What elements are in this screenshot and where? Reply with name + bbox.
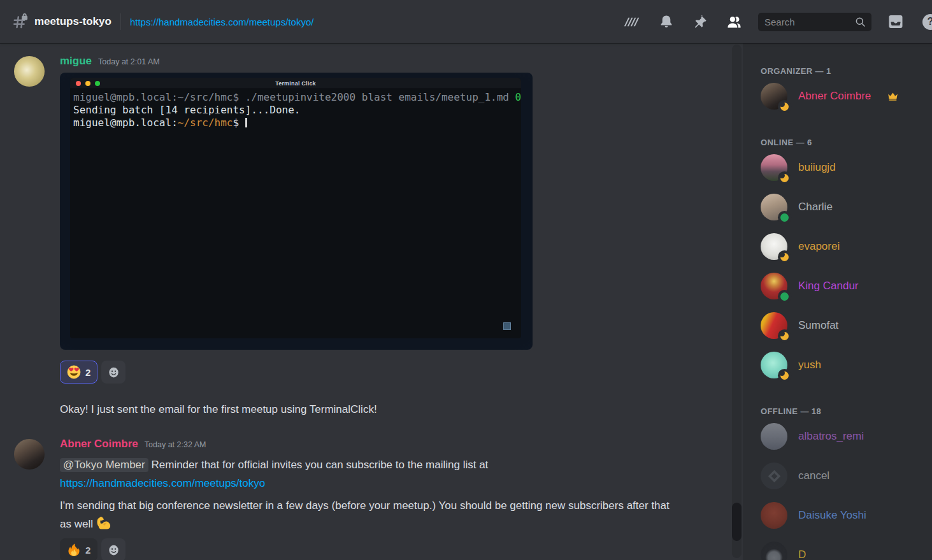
minimize-light: [85, 81, 90, 86]
terminal-body: miguel@mpb.local:~/src/hmc$ ./meetupinvi…: [70, 89, 521, 129]
message-text: Okay! I just sent the email for the firs…: [60, 400, 724, 419]
help-label: ?: [928, 16, 932, 27]
search-icon: [854, 16, 866, 28]
search-box[interactable]: [758, 13, 871, 31]
avatar-migue[interactable]: [14, 56, 45, 87]
add-reaction-button[interactable]: [101, 361, 125, 384]
avatar[interactable]: [761, 542, 787, 560]
notifications-icon[interactable]: [659, 14, 674, 29]
timestamp: Today at 2:32 AM: [145, 440, 206, 449]
message-text: I'm sending that big conference newslett…: [60, 496, 671, 533]
channel-name[interactable]: meetups-tokyo: [34, 15, 111, 28]
member-row-albatros-remi[interactable]: albatros_remi: [743, 417, 932, 456]
close-light: [76, 81, 81, 86]
member-name: yush: [798, 359, 821, 371]
member-row-king-candur[interactable]: King Candur: [743, 266, 932, 306]
avatar[interactable]: [761, 352, 787, 378]
status-idle-badge: [780, 253, 789, 261]
avatar[interactable]: [761, 312, 787, 339]
author-name[interactable]: Abner Coimbre: [60, 438, 138, 450]
avatar[interactable]: [761, 154, 787, 181]
status-idle-badge: [780, 371, 789, 380]
channel-header: meetups-tokyo https://handmadecities.com…: [0, 0, 932, 43]
status-idle-badge: [780, 103, 789, 111]
message-text: @Tokyo Member Reminder that for official…: [60, 456, 724, 492]
role-mention[interactable]: @Tokyo Member: [60, 458, 148, 472]
member-list-toggle-icon[interactable]: [726, 14, 742, 30]
member-name: Abner Coimbre: [798, 90, 871, 103]
threads-icon[interactable]: [623, 15, 640, 29]
maximize-light: [95, 81, 100, 86]
member-row-buiiugjd[interactable]: buiiugjd: [743, 148, 932, 187]
header-actions: ?: [623, 13, 932, 31]
member-name: Sumofat: [798, 319, 838, 332]
add-reaction-button[interactable]: [101, 538, 125, 560]
member-name: albatros_remi: [798, 430, 864, 443]
channel-topic-link[interactable]: https://handmadecities.com/meetups/tokyo…: [130, 17, 313, 27]
channel-hash-lock-icon: [11, 13, 29, 31]
terminal-window: Terminal Click miguel@mpb.local:~/src/hm…: [70, 78, 521, 338]
terminal-cursor: [245, 118, 247, 127]
member-name: cancel: [798, 470, 829, 482]
avatar[interactable]: [761, 83, 787, 110]
member-row-yush[interactable]: yush: [743, 345, 932, 385]
member-row-daisuke-yoshi[interactable]: Daisuke Yoshi: [743, 496, 932, 535]
terminal-line: miguel@mpb.local:~/src/hmc$ ./meetupinvi…: [73, 91, 521, 104]
terminal-line: miguel@mpb.local:~/src/hmc$: [73, 117, 521, 129]
avatar[interactable]: [761, 194, 787, 220]
status-idle-badge: [780, 332, 789, 340]
status-idle-badge: [780, 174, 789, 182]
member-section-label: ONLINE — 6: [761, 138, 932, 148]
terminal-line: Sending batch [14 recipients]...Done.: [73, 104, 521, 117]
member-name: Daisuke Yoshi: [798, 509, 866, 522]
diamond-icon: [767, 469, 782, 484]
reaction-count: 2: [85, 367, 90, 378]
smiley-add-icon: [107, 543, 120, 557]
chat-scrollbar-track[interactable]: [732, 45, 742, 558]
avatar[interactable]: [761, 423, 787, 450]
member-list: ORGANIZER — 1Abner CoimbreONLINE — 6buii…: [743, 43, 932, 560]
member-name: King Candur: [798, 280, 859, 292]
avatar-abner[interactable]: [14, 439, 45, 470]
member-row-d[interactable]: D: [743, 535, 932, 560]
member-name: Charlie: [798, 201, 833, 213]
terminal-titlebar: Terminal Click: [70, 78, 521, 89]
heart-eyes-emoji: [67, 365, 81, 379]
member-row-cancel[interactable]: cancel: [743, 456, 932, 496]
member-section-label: ORGANIZER — 1: [761, 66, 932, 76]
reaction-fire[interactable]: 2: [60, 538, 97, 560]
reactions-row: 2: [60, 361, 724, 384]
inbox-icon[interactable]: [887, 13, 904, 30]
terminal-screenshot-image[interactable]: Terminal Click miguel@mpb.local:~/src/hm…: [60, 73, 533, 350]
author-name[interactable]: migue: [60, 55, 92, 68]
traffic-lights: [76, 81, 100, 86]
avatar[interactable]: [761, 273, 787, 299]
status-online-badge: [780, 292, 789, 301]
avatar[interactable]: [761, 502, 787, 529]
member-section-label: OFFLINE — 18: [761, 406, 932, 417]
pinned-messages-icon[interactable]: [692, 14, 708, 29]
message-text-segment: I'm sending that big conference newslett…: [60, 499, 670, 530]
chat-scrollbar-thumb[interactable]: [732, 503, 742, 541]
help-icon[interactable]: ?: [922, 14, 932, 30]
reactions-row: 2: [60, 538, 724, 560]
member-row-evaporei[interactable]: evaporei: [743, 227, 932, 266]
message-migue: migue Today at 2:01 AM Terminal Click mi…: [14, 55, 724, 419]
chat-area: migue Today at 2:01 AM Terminal Click mi…: [0, 43, 743, 560]
avatar[interactable]: [761, 233, 787, 260]
member-row-abner-coimbre[interactable]: Abner Coimbre: [743, 76, 932, 116]
terminal-title: Terminal Click: [70, 80, 521, 87]
search-input[interactable]: [764, 17, 854, 27]
member-name: buiiugjd: [798, 161, 836, 174]
message-link[interactable]: https://handmadecities.com/meetups/tokyo: [60, 477, 265, 489]
header-divider: [120, 13, 121, 30]
channel-info: meetups-tokyo https://handmadecities.com…: [11, 13, 313, 31]
main-area: migue Today at 2:01 AM Terminal Click mi…: [0, 43, 932, 560]
reaction-count: 2: [85, 545, 90, 556]
reaction-heart-eyes[interactable]: 2: [60, 361, 97, 384]
status-online-badge: [780, 213, 789, 222]
member-row-charlie[interactable]: Charlie: [743, 187, 932, 227]
avatar[interactable]: [761, 463, 787, 489]
member-row-sumofat[interactable]: Sumofat: [743, 306, 932, 345]
member-name: evaporei: [798, 240, 840, 253]
